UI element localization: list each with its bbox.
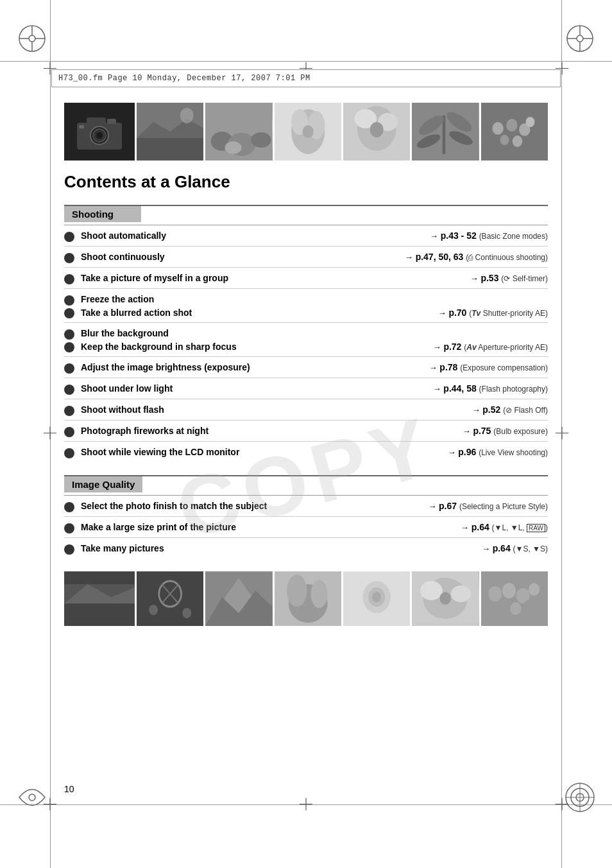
desc-take-many: (▼S, ▼S): [513, 544, 548, 553]
entry-row-flex-12: Make a large size print of the picture →…: [81, 522, 548, 532]
bullet-sharp-focus: [64, 342, 74, 352]
label-sharp-focus: Keep the background in sharp focus: [81, 342, 237, 352]
entry-row-flex-6: Adjust the image brightness (exposure) →…: [81, 362, 548, 372]
bullet-shoot-without-flash: [64, 406, 74, 416]
svg-point-66: [500, 135, 509, 145]
svg-point-92: [420, 581, 443, 600]
label-fireworks: Photograph fireworks at night: [81, 426, 208, 436]
ref-shoot-continuously: → p.47, 50, 63 (⎙ Continuous shooting): [405, 252, 548, 262]
shooting-section: Shooting Shoot automatically → p.43 - 52…: [64, 205, 548, 462]
entry-shoot-automatically: Shoot automatically → p.43 - 52 (Basic Z…: [64, 225, 548, 247]
arrow-icon-10: →: [448, 447, 459, 457]
entry-row-flex-2: Shoot continuously → p.47, 50, 63 (⎙ Con…: [81, 252, 548, 262]
svg-point-93: [451, 586, 471, 602]
arrow-icon-11: →: [428, 501, 439, 511]
pages-large-print: p.64: [472, 522, 489, 532]
arrow-icon-5: →: [433, 342, 444, 352]
ref-freeze-action: → p.70 (Tv Shutter-priority AE): [438, 308, 548, 318]
pages-adjust-brightness: p.78: [439, 362, 457, 372]
svg-point-67: [512, 135, 522, 147]
svg-point-99: [529, 583, 540, 596]
photo-camera: [64, 103, 135, 161]
svg-rect-38: [137, 138, 203, 161]
desc-fireworks: (Bulb exposure): [493, 427, 548, 436]
bullet-photo-finish: [64, 502, 74, 512]
bullet-blurred-action: [64, 308, 74, 318]
entry-shoot-low-light: Shoot under low light → p.44, 58 (Flash …: [64, 378, 548, 399]
label-shoot-continuously: Shoot continuously: [81, 252, 165, 262]
pages-picture-myself: p.53: [480, 273, 498, 283]
ref-fireworks: → p.75 (Bulb exposure): [463, 426, 548, 436]
photo-bottom-2: [137, 571, 203, 626]
image-quality-header-wrapper: Image Quality: [64, 476, 548, 492]
photo-bottom-1: [64, 571, 135, 626]
pages-shoot-without-flash: p.52: [482, 404, 500, 415]
desc-lcd-monitor: (Live View shooting): [479, 448, 548, 457]
svg-point-40: [180, 108, 194, 123]
svg-point-85: [310, 580, 327, 608]
svg-rect-72: [64, 571, 135, 584]
svg-point-84: [287, 575, 307, 607]
photo-landscape: [137, 103, 203, 161]
pages-lcd-monitor: p.96: [458, 447, 476, 457]
svg-point-35: [96, 132, 103, 139]
svg-rect-32: [107, 119, 116, 124]
svg-point-101: [510, 602, 521, 615]
bullet-large-print: [64, 523, 74, 534]
bullet-freeze-action: [64, 295, 74, 306]
label-photo-finish: Select the photo finish to match the sub…: [81, 501, 267, 511]
label-shoot-automatically: Shoot automatically: [81, 230, 166, 241]
bullet-adjust-brightness: [64, 363, 74, 374]
svg-rect-62: [481, 103, 548, 161]
ref-shoot-without-flash: → p.52 (⊘ Flash Off): [472, 404, 548, 415]
freeze-line2: Take a blurred action shot → p.70 (Tv Sh…: [64, 307, 548, 318]
photo-strip-bottom: [64, 571, 548, 626]
page-number: 10: [64, 784, 74, 794]
desc-blur-background: (Av Aperture-priority AE): [464, 343, 548, 352]
photo-strip-top: [64, 103, 548, 161]
label-blur-background: Blur the background: [81, 328, 169, 338]
svg-point-1: [29, 35, 35, 42]
corner-mark-tl: [13, 19, 51, 58]
image-quality-section: Image Quality Select the photo finish to…: [64, 475, 548, 559]
label-picture-myself: Take a picture of myself in a group: [81, 273, 228, 283]
crosshair-mid-left: [44, 427, 56, 442]
label-large-print: Make a large size print of the picture: [81, 522, 236, 532]
main-content: Contents at a Glance Shooting Shoot auto…: [64, 103, 548, 626]
crosshair-bottom-center: [300, 798, 312, 813]
label-shoot-low-light: Shoot under low light: [81, 383, 173, 394]
label-take-many: Take many pictures: [81, 543, 164, 553]
entry-blur-background: Blur the background Keep the background …: [64, 323, 548, 357]
bullet-picture-myself: [64, 274, 74, 284]
ref-shoot-automatically: → p.43 - 52 (Basic Zone modes): [430, 230, 548, 241]
arrow-icon-13: →: [482, 544, 493, 553]
arrow-icon-4: →: [438, 308, 449, 318]
entry-fireworks: Photograph fireworks at night → p.75 (Bu…: [64, 421, 548, 442]
photo-berries: [481, 103, 548, 161]
svg-point-12: [29, 794, 35, 801]
entry-row-flex-13: Take many pictures → p.64 (▼S, ▼S): [81, 543, 548, 553]
label-adjust-brightness: Adjust the image brightness (exposure): [81, 362, 250, 372]
entry-lcd-monitor: Shoot while viewing the LCD monitor → p.…: [64, 442, 548, 462]
ref-take-many: → p.64 (▼S, ▼S): [482, 543, 548, 553]
entry-row-flex-7: Shoot under low light → p.44, 58 (Flash …: [81, 383, 548, 394]
ref-large-print: → p.64 (▼L, ▼L, RAW): [461, 522, 548, 532]
photo-bottom-6: [412, 571, 479, 626]
pages-shoot-low-light: p.44, 58: [443, 383, 476, 394]
ref-photo-finish: → p.67 (Selecting a Picture Style): [428, 501, 548, 511]
photo-flower1: [275, 103, 341, 161]
desc-adjust-brightness: (Exposure compensation): [460, 363, 548, 372]
photo-bottom-7: [481, 571, 548, 626]
photo-bottom-3: [205, 571, 272, 626]
svg-point-89: [372, 592, 381, 602]
label-lcd-monitor: Shoot while viewing the LCD monitor: [81, 447, 239, 457]
photo-plant: [412, 103, 479, 161]
svg-point-77: [149, 605, 158, 615]
photo-flower2: [343, 103, 410, 161]
arrow-icon-2: →: [405, 252, 416, 262]
desc-shoot-without-flash: (⊘ Flash Off): [503, 406, 548, 415]
crosshair-bl: [44, 798, 56, 813]
label-freeze-action: Freeze the action: [81, 294, 154, 304]
svg-point-102: [523, 600, 534, 613]
entry-large-print: Make a large size print of the picture →…: [64, 517, 548, 538]
